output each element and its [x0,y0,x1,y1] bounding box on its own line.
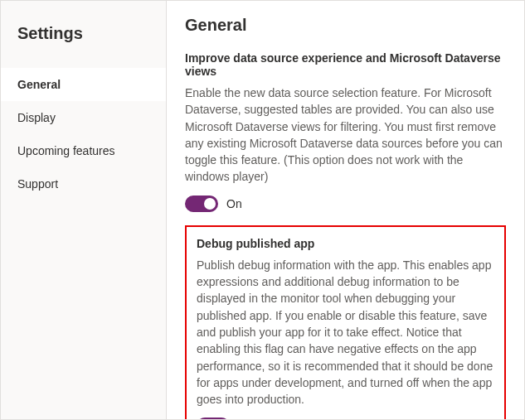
section-description: Publish debug information with the app. … [197,257,494,408]
section-title: Improve data source experience and Micro… [185,51,506,78]
sidebar-item-label: General [17,78,61,91]
toggle-data-source[interactable] [185,196,218,212]
sidebar-item-label: Support [17,177,58,191]
toggle-thumb-icon [204,198,216,210]
sidebar-item-label: Upcoming features [17,144,115,157]
toggle-row: On [197,418,494,419]
sidebar-item-label: Display [17,111,56,124]
section-data-source: Improve data source experience and Micro… [185,50,506,214]
sidebar-title: Settings [1,9,166,68]
sidebar-item-upcoming-features[interactable]: Upcoming features [1,134,166,167]
section-title: Debug published app [197,237,494,250]
toggle-label: On [226,197,242,210]
section-description: Enable the new data source selection fea… [185,84,506,186]
toggle-debug-published-app[interactable] [197,418,230,419]
settings-window: Settings General Display Upcoming featur… [0,0,525,420]
page-title: General [185,16,506,35]
sidebar-item-general[interactable]: General [1,68,166,101]
sidebar-item-display[interactable]: Display [1,101,166,134]
main-panel: General Improve data source experience a… [167,1,524,419]
sidebar: Settings General Display Upcoming featur… [1,1,167,419]
section-debug-published-app: Debug published app Publish debug inform… [185,225,506,419]
toggle-row: On [185,196,506,212]
sidebar-item-support[interactable]: Support [1,167,166,200]
